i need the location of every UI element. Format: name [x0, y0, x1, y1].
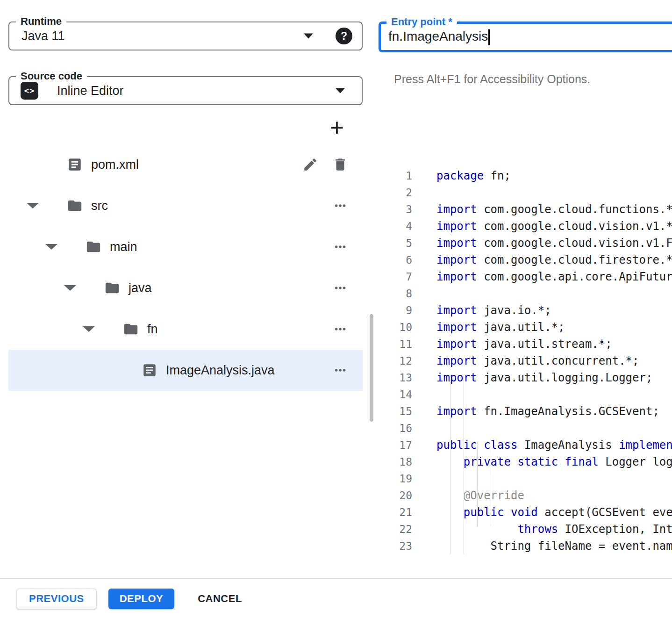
code-line: 7import com.google.api.core.ApiFutur — [379, 268, 672, 285]
folder-icon — [67, 198, 83, 214]
line-number: 22 — [379, 521, 412, 538]
code-line: 17public class ImageAnalysis implemen — [379, 437, 672, 453]
more-options-button[interactable] — [331, 279, 350, 297]
line-number: 10 — [379, 319, 412, 336]
runtime-select[interactable]: Runtime Java 11 ? — [8, 22, 363, 50]
configuration-panel: Runtime Java 11 ? Source code <> Inline … — [0, 0, 363, 578]
code-line: 2 — [379, 184, 672, 201]
dropdown-arrow-icon — [336, 88, 345, 93]
entry-point-input[interactable]: Entry point * fn.ImageAnalysis — [379, 22, 672, 52]
line-number: 4 — [379, 218, 412, 235]
accessibility-hint: Press Alt+F1 for Accessibility Options. — [394, 72, 672, 89]
file-icon — [67, 157, 83, 172]
more-options-button[interactable] — [331, 196, 350, 215]
line-number: 17 — [379, 437, 412, 453]
folder-icon — [104, 280, 120, 296]
line-number: 11 — [379, 336, 412, 352]
tree-item-label: pom.xml — [91, 158, 139, 172]
more-options-button[interactable] — [331, 320, 350, 338]
code-line: 21 public void accept(GCSEvent eve — [379, 504, 672, 521]
more-options-button[interactable] — [331, 237, 350, 256]
line-number: 12 — [379, 352, 412, 369]
code-brackets-icon: <> — [21, 82, 38, 100]
code-line: 6import com.google.cloud.firestore.* — [379, 252, 672, 268]
tree-indent — [77, 326, 123, 332]
indent-guide — [477, 442, 478, 526]
line-number: 6 — [379, 252, 412, 268]
line-number: 3 — [379, 201, 412, 218]
tree-item-pom.xml[interactable]: pom.xml — [8, 144, 363, 185]
tree-item-label: src — [91, 199, 108, 213]
tree-item-src[interactable]: src — [8, 185, 363, 226]
deploy-button[interactable]: DEPLOY — [108, 589, 174, 609]
tree-item-java[interactable]: java — [8, 267, 363, 309]
folder-icon — [123, 321, 139, 337]
source-code-select[interactable]: Source code <> Inline Editor — [8, 76, 363, 105]
code-line: 10import java.util.*; — [379, 319, 672, 336]
cancel-button[interactable]: CANCEL — [193, 589, 247, 609]
code-line: 13import java.util.logging.Logger; — [379, 369, 672, 386]
line-number: 15 — [379, 403, 412, 420]
line-number: 7 — [379, 268, 412, 285]
code-line: 15import fn.ImageAnalysis.GCSEvent; — [379, 403, 672, 420]
folder-icon — [86, 239, 101, 255]
action-bar: PREVIOUS DEPLOY CANCEL — [0, 578, 672, 618]
indent-guide — [450, 375, 450, 554]
line-number: 19 — [379, 470, 412, 487]
line-number: 8 — [379, 285, 412, 302]
line-number: 5 — [379, 235, 412, 252]
line-number: 1 — [379, 167, 412, 184]
more-options-button[interactable] — [331, 361, 350, 380]
code-line: 8 — [379, 285, 672, 302]
tree-item-ImageAnalysis.java[interactable]: ImageAnalysis.java — [8, 350, 363, 391]
expander-caret-icon[interactable] — [83, 326, 95, 332]
entry-point-value: fn.ImageAnalysis — [388, 29, 490, 45]
tree-item-label: ImageAnalysis.java — [166, 363, 275, 378]
expander-caret-icon[interactable] — [45, 244, 57, 250]
tree-item-label: java — [129, 281, 152, 295]
expander-caret-icon[interactable] — [27, 203, 39, 208]
code-line: 3import com.google.cloud.functions.* — [379, 201, 672, 218]
code-line: 11import java.util.stream.*; — [379, 336, 672, 352]
code-line: 19 — [379, 470, 672, 487]
edit-file-button[interactable] — [301, 155, 320, 174]
tree-item-main[interactable]: main — [8, 226, 363, 267]
runtime-label: Runtime — [16, 15, 66, 28]
code-line: 18 private static final Logger log — [379, 453, 672, 470]
previous-button[interactable]: PREVIOUS — [16, 589, 97, 609]
tree-item-label: main — [110, 240, 137, 254]
help-icon[interactable]: ? — [336, 28, 352, 44]
entry-point-label: Entry point * — [386, 16, 457, 28]
add-file-button[interactable]: + — [325, 116, 349, 139]
expander-caret-icon[interactable] — [64, 285, 76, 291]
line-number: 23 — [379, 538, 412, 554]
source-code-label: Source code — [16, 70, 87, 82]
code-line: 9import java.io.*; — [379, 302, 672, 319]
tree-item-label: fn — [147, 322, 158, 337]
delete-file-button[interactable] — [331, 155, 350, 174]
file-icon — [142, 362, 157, 378]
code-line: 20 @Override — [379, 487, 672, 504]
code-editor[interactable]: Press Alt+F1 for Accessibility Options. … — [379, 66, 672, 554]
line-number: 16 — [379, 420, 412, 437]
code-line: 16 — [379, 420, 672, 437]
line-number: 9 — [379, 302, 412, 319]
tree-indent — [40, 244, 86, 250]
line-number: 2 — [379, 184, 412, 201]
dropdown-arrow-icon — [304, 34, 313, 39]
code-line: 12import java.util.concurrent.*; — [379, 352, 672, 369]
line-number: 13 — [379, 369, 412, 386]
line-number: 14 — [379, 386, 412, 403]
tree-indent — [21, 203, 67, 208]
source-code-value: Inline Editor — [57, 84, 124, 98]
scrollbar-thumb[interactable] — [370, 314, 373, 422]
tree-item-fn[interactable]: fn — [8, 309, 363, 350]
code-line: 22 throws IOException, Int — [379, 521, 672, 538]
line-number: 21 — [379, 504, 412, 521]
line-number: 20 — [379, 487, 412, 504]
editor-panel: Entry point * fn.ImageAnalysis Press Alt… — [379, 0, 672, 578]
tree-indent — [58, 285, 104, 291]
runtime-value: Java 11 — [21, 29, 65, 43]
code-line: 23 String fileName = event.nam — [379, 538, 672, 554]
code-line: 4import com.google.cloud.vision.v1.* — [379, 218, 672, 235]
